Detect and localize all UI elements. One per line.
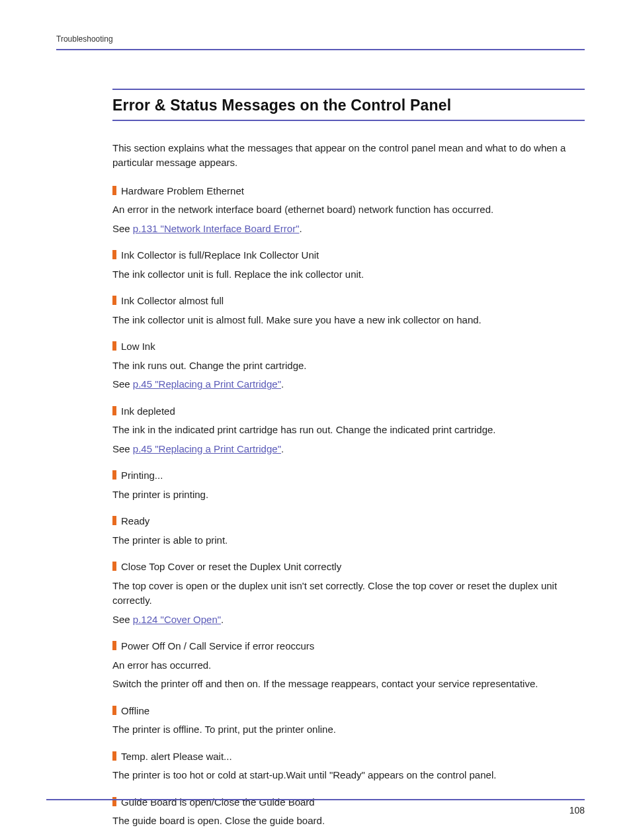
- see-reference: See p.124 "Cover Open".: [112, 612, 585, 628]
- message-block: Temp. alert Please wait...The printer is…: [112, 749, 585, 783]
- message-block: Low InkThe ink runs out. Change the prin…: [112, 339, 585, 392]
- page-number: 108: [569, 804, 585, 818]
- page-top-rule: [56, 49, 585, 50]
- message-description: Switch the printer off and then on. If t…: [112, 677, 585, 692]
- message-title: Ink depleted: [112, 404, 585, 419]
- cross-reference-link[interactable]: p.124 "Cover Open": [133, 614, 221, 625]
- message-block: Power Off On / Call Service if error reo…: [112, 639, 585, 692]
- message-description: The printer is printing.: [112, 487, 585, 503]
- message-description: The top cover is open or the duplex unit…: [112, 579, 585, 609]
- message-block: OfflineThe printer is offline. To print,…: [112, 704, 585, 737]
- message-block: Ink depletedThe ink in the indicated pri…: [112, 404, 585, 457]
- cross-reference-link[interactable]: p.45 "Replacing a Print Cartridge": [133, 443, 281, 454]
- message-block: Hardware Problem EthernetAn error in the…: [112, 184, 585, 237]
- see-reference: See p.45 "Replacing a Print Cartridge".: [112, 377, 585, 392]
- message-description: The ink runs out. Change the print cartr…: [112, 358, 585, 374]
- message-description: The printer is too hot or cold at start-…: [112, 768, 585, 783]
- message-title: Ink Collector almost full: [112, 294, 585, 309]
- message-title: Ready: [112, 514, 585, 529]
- message-description: The printer is able to print.: [112, 533, 585, 548]
- message-description: The ink collector unit is almost full. M…: [112, 313, 585, 328]
- intro-text: This section explains what the messages …: [112, 141, 585, 171]
- message-title: Ink Collector is full/Replace Ink Collec…: [112, 248, 585, 263]
- message-description: An error has occurred.: [112, 658, 585, 673]
- see-reference: See p.131 "Network Interface Board Error…: [112, 222, 585, 237]
- message-title: Hardware Problem Ethernet: [112, 184, 585, 199]
- message-block: Ink Collector is full/Replace Ink Collec…: [112, 248, 585, 282]
- message-description: The ink collector unit is full. Replace …: [112, 267, 585, 282]
- message-title: Printing...: [112, 468, 585, 483]
- see-reference: See p.45 "Replacing a Print Cartridge".: [112, 442, 585, 457]
- cross-reference-link[interactable]: p.131 "Network Interface Board Error": [133, 223, 300, 234]
- message-block: ReadyThe printer is able to print.: [112, 514, 585, 548]
- page-bottom-rule: [46, 799, 585, 800]
- see-label: See: [112, 378, 133, 390]
- message-description: The guide board is open. Close the guide…: [112, 814, 585, 829]
- section-top-rule: [112, 89, 585, 90]
- see-label: See: [112, 443, 133, 454]
- message-description: The ink in the indicated print cartridge…: [112, 423, 585, 438]
- message-title: Low Ink: [112, 339, 585, 355]
- message-title: Close Top Cover or reset the Duplex Unit…: [112, 560, 585, 575]
- message-title: Temp. alert Please wait...: [112, 749, 585, 765]
- message-block: Close Top Cover or reset the Duplex Unit…: [112, 560, 585, 627]
- message-block: Printing...The printer is printing.: [112, 468, 585, 502]
- message-title: Offline: [112, 704, 585, 719]
- message-description: The printer is offline. To print, put th…: [112, 722, 585, 737]
- breadcrumb: Troubleshooting: [56, 33, 585, 45]
- message-title: Power Off On / Call Service if error reo…: [112, 639, 585, 654]
- message-block: Ink Collector almost fullThe ink collect…: [112, 294, 585, 327]
- cross-reference-link[interactable]: p.45 "Replacing a Print Cartridge": [133, 378, 281, 390]
- messages-list: Hardware Problem EthernetAn error in the…: [112, 184, 585, 829]
- see-label: See: [112, 223, 133, 234]
- page-title: Error & Status Messages on the Control P…: [112, 94, 585, 121]
- see-label: See: [112, 614, 133, 625]
- message-title: Guide Board is open/Close the Guide Boar…: [112, 795, 585, 810]
- message-description: An error in the network interface board …: [112, 202, 585, 218]
